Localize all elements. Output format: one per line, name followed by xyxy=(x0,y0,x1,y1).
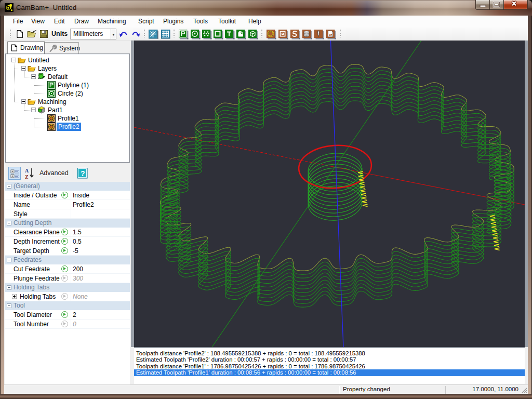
svg-text:Z: Z xyxy=(25,174,29,180)
svg-text:?: ? xyxy=(81,169,85,178)
svg-text:NC: NC xyxy=(329,34,332,36)
svg-text:A: A xyxy=(25,168,29,174)
